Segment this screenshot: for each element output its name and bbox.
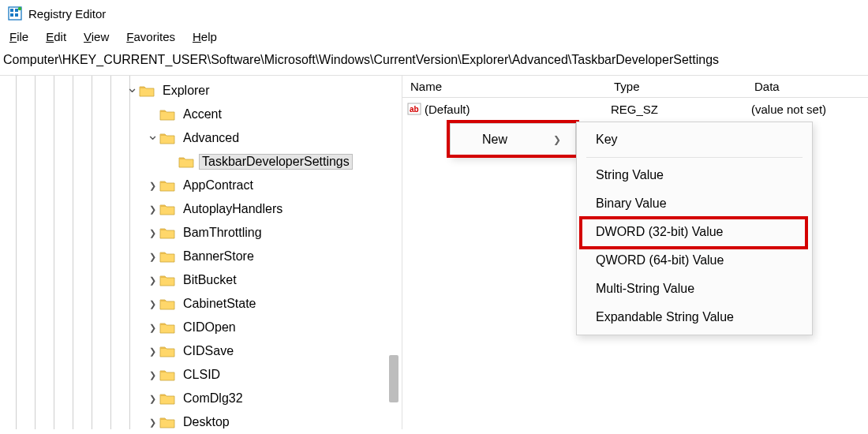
context-item[interactable]: DWORD (32-bit) Value [577, 218, 812, 246]
svg-rect-2 [15, 9, 18, 12]
tree-node[interactable]: ❯CLSID [0, 363, 353, 387]
string-value-icon: ab [407, 103, 421, 115]
tree-node[interactable]: ❯AutoplayHandlers [0, 197, 353, 221]
menu-separator [586, 157, 803, 158]
value-type: REG_SZ [611, 103, 751, 116]
tree-node-label: CLSID [180, 367, 223, 383]
folder-icon [159, 369, 175, 381]
tree-node[interactable]: TaskbarDeveloperSettings [0, 150, 353, 174]
chevron-right-icon[interactable]: ❯ [147, 370, 158, 380]
folder-icon [159, 345, 175, 357]
menu-file[interactable]: File [9, 30, 28, 43]
context-item[interactable]: String Value [577, 161, 812, 189]
chevron-right-icon[interactable]: ❯ [147, 204, 158, 215]
folder-icon [159, 203, 175, 215]
context-item[interactable]: Expandable String Value [577, 303, 812, 331]
list-pane[interactable]: Name Type Data ab(Default)REG_SZ(value n… [402, 76, 868, 429]
col-data[interactable]: Data [754, 80, 868, 93]
folder-icon [159, 297, 175, 310]
chevron-right-icon: ❯ [553, 134, 561, 145]
tree-pane[interactable]: ⌄ExplorerAccent⌄AdvancedTaskbarDeveloper… [0, 76, 402, 429]
address-bar[interactable]: Computer\HKEY_CURRENT_USER\Software\Micr… [0, 48, 868, 76]
list-row[interactable]: ab(Default)REG_SZ(value not set) [402, 98, 868, 120]
chevron-right-icon[interactable]: ❯ [147, 323, 158, 333]
chevron-right-icon[interactable]: ❯ [147, 181, 158, 191]
menu-favorites[interactable]: Favorites [126, 30, 175, 43]
context-submenu-new: KeyString ValueBinary ValueDWORD (32-bit… [576, 122, 813, 335]
folder-icon [159, 250, 175, 263]
tree-node[interactable]: ⌄Explorer [0, 79, 353, 103]
tree-node-label: AutoplayHandlers [180, 201, 286, 217]
value-name: (Default) [425, 103, 470, 116]
tree-node-label: Advanced [180, 130, 242, 146]
svg-rect-4 [15, 13, 18, 17]
folder-icon [159, 274, 175, 286]
tree-node-label: Explorer [159, 83, 213, 99]
context-menu: New ❯ [450, 123, 576, 156]
chevron-right-icon[interactable]: ❯ [147, 394, 158, 404]
value-data: (value not set) [751, 103, 868, 116]
tree-node-label: Desktop [180, 414, 233, 429]
tree-node-label: ComDlg32 [180, 391, 246, 406]
tree-node[interactable]: ❯Desktop [0, 410, 353, 429]
tree-node[interactable]: ❯CIDSave [0, 339, 353, 363]
context-item[interactable]: Key [577, 125, 812, 154]
chevron-down-icon[interactable]: ⌄ [126, 79, 137, 96]
chevron-right-icon[interactable]: ❯ [147, 228, 158, 238]
chevron-down-icon[interactable]: ⌄ [147, 126, 158, 144]
folder-icon [159, 392, 175, 405]
col-type[interactable]: Type [614, 80, 754, 93]
menu-edit[interactable]: Edit [46, 30, 66, 43]
tree-scrollbar-thumb[interactable] [389, 355, 398, 402]
folder-icon [159, 179, 175, 192]
tree-node[interactable]: ⌄Advanced [0, 126, 353, 150]
tree-node[interactable]: ❯CIDOpen [0, 316, 353, 339]
menubar: File Edit View Favorites Help [0, 27, 868, 48]
chevron-right-icon[interactable]: ❯ [147, 275, 158, 286]
context-new[interactable]: New ❯ [451, 124, 575, 155]
menu-help[interactable]: Help [193, 30, 217, 43]
folder-icon [159, 132, 175, 144]
tree-node[interactable]: Accent [0, 103, 353, 126]
tree-node-label: Accent [180, 107, 225, 122]
folder-icon [178, 155, 194, 168]
context-item[interactable]: Multi-String Value [577, 275, 812, 303]
svg-rect-1 [10, 9, 13, 12]
tree-node-label: AppContract [180, 178, 256, 193]
tree-node-label: BannerStore [180, 249, 257, 264]
tree-node[interactable]: ❯CabinetState [0, 292, 353, 316]
tree-node[interactable]: ❯BamThrottling [0, 221, 353, 245]
folder-icon [139, 84, 155, 97]
context-new-label: New [482, 133, 507, 147]
menu-view[interactable]: View [84, 30, 109, 43]
tree-node[interactable]: ❯AppContract [0, 174, 353, 197]
svg-point-5 [18, 7, 21, 10]
tree-node[interactable]: ❯BannerStore [0, 245, 353, 268]
col-name[interactable]: Name [410, 80, 614, 93]
tree-node-label: BamThrottling [180, 225, 265, 241]
folder-icon [159, 226, 175, 239]
tree-node-label: CabinetState [180, 296, 260, 312]
list-header: Name Type Data [402, 76, 868, 98]
context-item[interactable]: Binary Value [577, 189, 812, 218]
chevron-right-icon[interactable]: ❯ [147, 252, 158, 262]
tree-node-label: BitBucket [180, 272, 240, 288]
tree-node-label: CIDOpen [180, 320, 239, 335]
folder-icon [159, 108, 175, 121]
svg-rect-3 [10, 13, 13, 17]
tree-node-label: CIDSave [180, 343, 237, 359]
tree-node[interactable]: ❯BitBucket [0, 268, 353, 292]
regedit-icon [8, 6, 22, 21]
svg-text:ab: ab [410, 105, 419, 114]
context-item[interactable]: QWORD (64-bit) Value [577, 246, 812, 275]
chevron-right-icon[interactable]: ❯ [147, 346, 158, 357]
window-title: Registry Editor [28, 7, 106, 21]
folder-icon [159, 321, 175, 334]
chevron-right-icon[interactable]: ❯ [147, 417, 158, 428]
tree-node[interactable]: ❯ComDlg32 [0, 387, 353, 410]
folder-icon [159, 416, 175, 428]
titlebar: Registry Editor [0, 0, 868, 27]
chevron-right-icon[interactable]: ❯ [147, 299, 158, 309]
tree-node-label: TaskbarDeveloperSettings [199, 154, 353, 170]
